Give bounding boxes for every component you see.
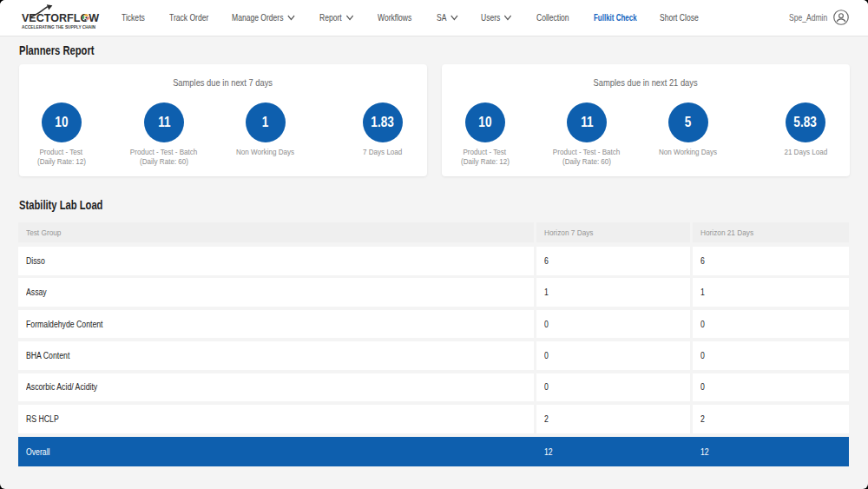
- svg-text:ACCELERATING THE SUPPLY CHAIN: ACCELERATING THE SUPPLY CHAIN: [22, 25, 95, 30]
